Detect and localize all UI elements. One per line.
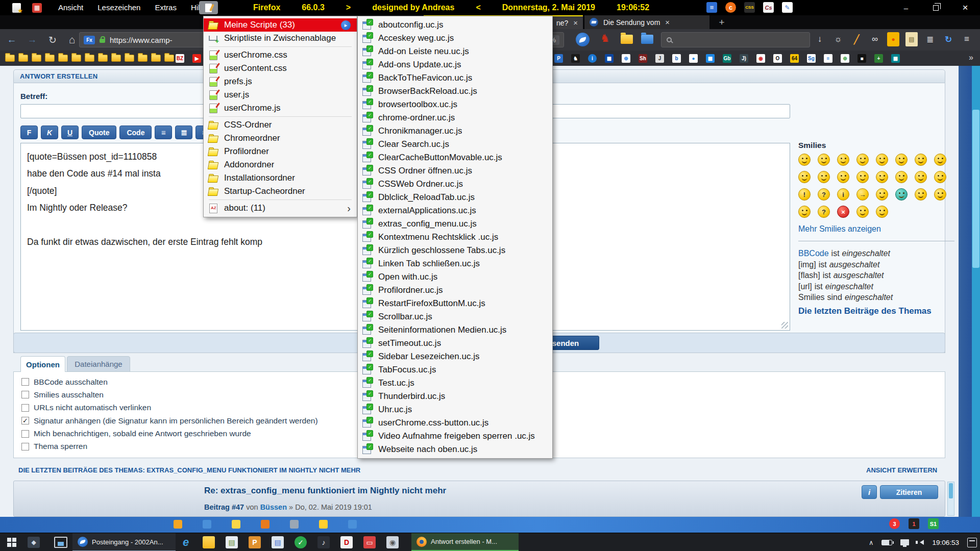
desktop-icon[interactable] (174, 520, 182, 529)
bookmark-folder-icon[interactable] (164, 55, 174, 62)
bookmark-folder-icon[interactable] (151, 55, 161, 62)
menu-item[interactable]: Skriptliste in Zwischenablage (204, 32, 357, 45)
script-item[interactable]: Linken Tab schließen.uc.js (358, 257, 552, 270)
bookmark-icon[interactable]: ■ (857, 54, 866, 63)
menu-item[interactable]: Chromeordner (204, 132, 357, 145)
checkbox-row[interactable]: Smilies ausschalten (21, 390, 318, 399)
menubar-item[interactable]: Lesezeichen (90, 0, 148, 15)
script-item[interactable]: Scrollbar.uc.js (358, 310, 552, 323)
checkbox[interactable] (21, 430, 29, 438)
folder-button-yellow[interactable] (621, 35, 633, 44)
thunderbird-button[interactable] (576, 33, 590, 46)
toolbar-icon[interactable]: ∞ (869, 32, 881, 46)
smiley[interactable] (934, 154, 946, 166)
script-item[interactable]: browsertoolbox.uc.js (358, 98, 552, 111)
checkbox-row[interactable]: Mich benachrichtigen, sobald eine Antwor… (21, 430, 318, 438)
script-item[interactable]: CSS Ordner öffnen.uc.js (358, 164, 552, 178)
menu-item[interactable]: Meine Scripte (33) (204, 18, 357, 32)
post-title[interactable]: Re: extras_config_menu funktioniert im N… (204, 486, 446, 496)
bookmark-folder-icon[interactable] (98, 55, 108, 62)
bookmark-icon[interactable]: ⊕ (622, 54, 630, 63)
script-item[interactable]: externalApplications.uc.js (358, 204, 552, 217)
folder-button-blue[interactable] (641, 35, 653, 44)
smiley[interactable] (856, 154, 869, 166)
menu-item[interactable] (209, 46, 352, 47)
menu-item[interactable]: Addonordner (204, 158, 357, 171)
toolbar-icon[interactable]: ▤ (905, 32, 918, 46)
smiley[interactable] (915, 154, 927, 166)
smiley[interactable] (895, 154, 908, 166)
bookmark-folder-icon[interactable] (5, 55, 15, 62)
bookmark-folder-icon[interactable] (45, 55, 55, 62)
bookmark-icon[interactable]: P (554, 54, 563, 63)
checkbox[interactable] (21, 378, 29, 386)
script-item[interactable]: chrome-ordner.uc.js (358, 111, 552, 124)
menu-item[interactable] (209, 199, 352, 200)
script-item[interactable]: RestartFirefoxButtonM.uc.js (358, 297, 552, 310)
script-item[interactable]: TabFocus.uc.js (358, 363, 552, 377)
close-button[interactable]: × (950, 0, 980, 15)
bookmark-icon[interactable]: 64 (790, 54, 799, 63)
network-icon[interactable] (900, 539, 909, 545)
toolbar-icon[interactable]: ● (887, 32, 899, 46)
script-item[interactable]: Test.uc.js (358, 377, 552, 390)
page-scrollbar-thumb[interactable] (972, 110, 979, 268)
bookmark-folder-icon[interactable] (111, 55, 121, 62)
menu-item[interactable]: Profilordner (204, 145, 357, 158)
bbcode-button[interactable]: Code (119, 126, 152, 139)
bookmark-icon[interactable]: ● (689, 54, 698, 63)
smiley[interactable] (856, 171, 869, 183)
script-item[interactable]: BackToTheFavicon.uc.js (358, 71, 552, 85)
script-item[interactable]: Uhr.uc.js (358, 403, 552, 416)
script-item[interactable]: Open with.uc.js (358, 270, 552, 284)
script-item[interactable]: Clear Search.uc.js (358, 138, 552, 151)
bookmark-icon[interactable]: ▦ (891, 54, 900, 63)
notification-badge[interactable]: S1 (928, 518, 939, 529)
smiley[interactable] (895, 171, 908, 183)
taskbar-clock[interactable]: 19:06:53 (932, 539, 959, 546)
menu-item[interactable] (209, 116, 352, 117)
desktop-icon[interactable] (232, 520, 240, 529)
taskbar-app-icon[interactable] (203, 536, 215, 548)
menu-item[interactable]: userChrome.css (204, 48, 357, 62)
taskbar-window-firefox-active[interactable]: Antwort erstellen - M... (411, 533, 519, 551)
smiley[interactable]: → (856, 188, 869, 201)
tab-close-icon[interactable]: × (665, 18, 670, 27)
smiley[interactable] (934, 171, 946, 183)
menubar-item[interactable]: Extras (148, 0, 184, 15)
script-item[interactable]: extras_config_menu.uc.js (358, 217, 552, 231)
bookmark-folder-icon[interactable] (125, 55, 134, 62)
posts-scrollbar[interactable] (947, 482, 954, 516)
bookmark-icon[interactable]: O (773, 54, 782, 63)
desktop-icon[interactable] (261, 520, 270, 529)
taskbar-app-icon[interactable]: ▤ (272, 536, 284, 548)
smiley[interactable]: × (837, 206, 849, 218)
search-input[interactable] (661, 32, 810, 47)
bookmark-icon[interactable]: ⊕ (841, 54, 849, 63)
tray-chevron-icon[interactable]: ∧ (869, 539, 874, 546)
script-item[interactable]: CSSWeb Ordner.uc.js (358, 178, 552, 191)
bookmark-icon[interactable]: J (655, 54, 664, 63)
action-center-icon[interactable] (967, 538, 977, 547)
smiley[interactable]: i (837, 188, 849, 201)
last-posts-link[interactable]: Die letzten Beiträge des Themas (798, 306, 932, 316)
smiley[interactable] (895, 188, 908, 201)
bbcode-button[interactable]: ≡ (155, 126, 172, 139)
toolbar-icon[interactable]: ╱ (850, 32, 863, 46)
smiley[interactable] (876, 188, 888, 201)
menubar-item[interactable]: Ansicht (51, 0, 90, 15)
tab-die-sendung[interactable]: Die Sendung vom × (584, 15, 709, 29)
menu-item[interactable]: CSS-Ordner (204, 118, 357, 132)
bookmark-icon[interactable]: b (672, 54, 681, 63)
smiley[interactable] (934, 188, 946, 201)
addon-icon[interactable]: ≡ (706, 2, 717, 13)
bbcode-button[interactable]: U (61, 126, 79, 139)
restore-button[interactable] (921, 0, 950, 15)
smiley[interactable] (876, 154, 888, 166)
bbcode-button[interactable]: K (41, 126, 58, 139)
bookmark-icon[interactable]: Sg (807, 54, 816, 63)
desktop-icon[interactable] (348, 520, 357, 529)
taskbar-app-icon[interactable]: e (180, 536, 192, 548)
script-menu-anchor-button[interactable] (199, 1, 218, 14)
toolbar-icon[interactable]: ☼ (832, 32, 844, 46)
